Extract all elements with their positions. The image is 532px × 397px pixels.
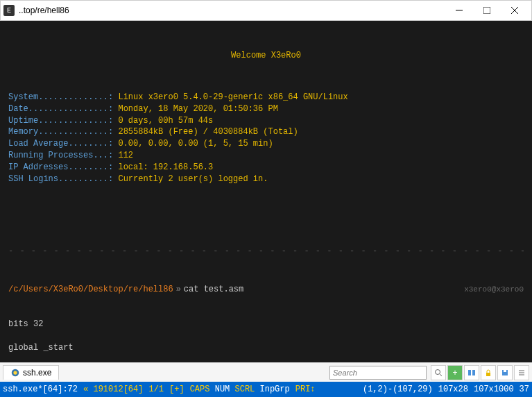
tab-label: ssh.exe — [23, 368, 51, 378]
info-value: 112 — [118, 150, 133, 162]
svg-point-5 — [13, 371, 17, 374]
info-value: Monday, 18 May 2020, 01:50:36 PM — [118, 103, 277, 115]
prompt-user: x3ero0@x3ero0 — [464, 285, 524, 295]
info-label: Load Average — [8, 138, 68, 150]
info-dots: ........: — [68, 138, 118, 150]
sysinfo-row: Uptime..............: 0 days, 00h 57m 44… — [8, 115, 524, 127]
divider: - - - - - - - - - - - - - - - - - - - - … — [8, 246, 524, 257]
info-dots: ..............: — [38, 126, 118, 138]
info-value: 0.00, 0.00, 0.00 (1, 5, 15 min) — [118, 138, 273, 150]
status-num: NUM — [215, 385, 230, 394]
sysinfo-row: Memory..............: 2855884kB (Free) /… — [8, 126, 524, 138]
svg-line-7 — [440, 374, 442, 376]
svg-point-6 — [436, 369, 440, 374]
info-label: Uptime — [8, 115, 38, 127]
info-dots: ..............: — [38, 115, 118, 127]
status-pos: (1,2)-(107,29) — [363, 385, 433, 394]
info-value: Currently 2 user(s) logged in. — [118, 174, 268, 185]
titlebar: E ..top/re/hell86 — [0, 0, 532, 21]
prompt-arrow: » — [176, 284, 181, 296]
info-label: IP Addresses — [8, 162, 68, 174]
info-value: 0 days, 00h 57m 44s — [118, 115, 213, 127]
status-inp: InpGrp — [260, 385, 290, 394]
prompt-path: /c/Users/X3eRo0/Desktop/re/hell86 — [8, 284, 173, 296]
svg-rect-10 — [486, 373, 490, 376]
sysinfo-row: SSH Logins..........: Currently 2 user(s… — [8, 174, 524, 185]
sysinfo-row: Load Average........: 0.00, 0.00, 0.00 (… — [8, 138, 524, 150]
columns-icon[interactable] — [464, 365, 479, 380]
status-scrl: SCRL — [235, 385, 255, 394]
svg-rect-9 — [472, 370, 475, 375]
info-dots: ..........: — [58, 174, 118, 185]
search-input[interactable] — [329, 366, 427, 380]
app-icon: E — [3, 5, 15, 16]
info-dots: ...: — [93, 150, 118, 162]
code-line — [8, 330, 524, 342]
search-button[interactable] — [431, 365, 446, 380]
sysinfo-row: Date................: Monday, 18 May 202… — [8, 103, 524, 115]
info-label: Memory — [8, 126, 38, 138]
terminal-output[interactable]: Welcome X3eRo0 System..............: Lin… — [0, 21, 532, 362]
info-value: 2855884kB (Free) / 4030884kB (Total) — [118, 126, 298, 138]
status-plus: [+] — [169, 385, 185, 394]
maximize-button[interactable] — [473, 1, 501, 20]
toolbar: ssh.exe + — [0, 362, 532, 382]
status-pri: PRI↕ — [295, 385, 316, 394]
save-icon[interactable] — [497, 365, 513, 380]
tab-ssh[interactable]: ssh.exe — [3, 365, 59, 380]
status-size: 107x28 — [438, 385, 468, 394]
prompt-command: cat test.asm — [184, 284, 243, 296]
info-dots: ..............: — [38, 92, 118, 103]
info-value: Linux x3ero0 5.4.0-29-generic x86_64 GNU… — [118, 92, 347, 103]
close-button[interactable] — [501, 1, 529, 20]
code-line — [8, 354, 524, 362]
code-line: global _start — [8, 342, 524, 354]
window-controls — [445, 1, 529, 20]
status-caps: CAPS — [190, 385, 210, 394]
status-ratio: 1/1 — [148, 385, 164, 394]
status-rec: « 191012[64] — [83, 385, 143, 394]
window-title: ..top/re/hell86 — [19, 6, 445, 15]
svg-rect-8 — [468, 370, 471, 375]
prompt-line: /c/Users/X3eRo0/Desktop/re/hell86 » cat … — [8, 284, 524, 296]
statusbar: ssh.exe*[64]:72 « 191012[64] 1/1 [+] CAP… — [0, 382, 532, 397]
sysinfo-row: IP Addresses........: local: 192.168.56.… — [8, 162, 524, 174]
status-total: 107x1000 — [474, 385, 514, 394]
sysinfo-row: Running Processes...: 112 — [8, 150, 524, 162]
minimize-button[interactable] — [445, 1, 473, 20]
python-icon — [10, 368, 20, 378]
info-label: System — [8, 92, 38, 103]
sysinfo-row: System..............: Linux x3ero0 5.4.0… — [8, 92, 524, 103]
info-label: Date — [8, 103, 28, 115]
svg-rect-1 — [483, 7, 490, 14]
blank-line — [8, 208, 524, 220]
info-dots: ................: — [28, 103, 119, 115]
info-value: local: 192.168.56.3 — [118, 162, 213, 174]
lock-icon[interactable] — [481, 365, 496, 380]
status-end: 37 — [520, 385, 529, 394]
welcome-text: Welcome X3eRo0 — [8, 50, 524, 62]
code-line: bits 32 — [8, 319, 524, 330]
info-label: SSH Logins — [8, 174, 58, 185]
info-label: Running Processes — [8, 150, 93, 162]
add-button[interactable]: + — [447, 365, 463, 380]
info-dots: ........: — [68, 162, 118, 174]
menu-icon[interactable] — [514, 365, 529, 380]
status-file: ssh.exe*[64]:72 — [3, 385, 78, 394]
svg-rect-12 — [504, 370, 506, 372]
